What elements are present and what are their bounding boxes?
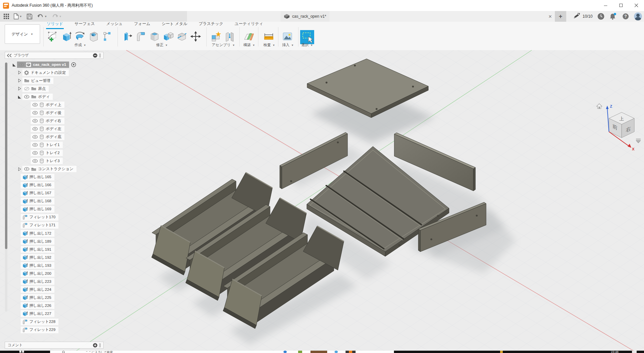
tree-item-chip[interactable]: 押し出し169	[21, 206, 54, 213]
tree-row[interactable]: 押し出し200	[5, 269, 103, 277]
browser-header[interactable]: ブラウザ	[5, 52, 103, 59]
split-body-tool-icon[interactable]	[176, 30, 188, 43]
tree-item-chip[interactable]: 押し出し189	[21, 238, 54, 245]
tree-row[interactable]: 押し出し191	[5, 245, 103, 253]
ribbon-group-label-選択[interactable]: 選択 ▼	[300, 42, 314, 47]
combine-tool-icon[interactable]	[162, 30, 175, 43]
tree-item-chip[interactable]: ボディ後	[31, 110, 64, 116]
eye-visible-icon[interactable]	[24, 167, 29, 171]
eye-visible-icon[interactable]	[32, 159, 38, 163]
measure-tool-icon[interactable]	[262, 30, 275, 43]
new-component-tool-icon[interactable]	[210, 30, 222, 43]
ribbon-tab-プラスチック[interactable]: プラスチック	[198, 21, 224, 29]
tree-item-chip[interactable]: フィレット228	[21, 319, 58, 325]
ribbon-tab-フォーム[interactable]: フォーム	[133, 21, 151, 29]
tree-row[interactable]: 押し出し225	[5, 293, 103, 302]
tree-row[interactable]: フィレット171	[5, 221, 103, 229]
tree-row[interactable]: 押し出し189	[5, 237, 103, 245]
ribbon-tab-ユーティリティ[interactable]: ユーティリティ	[234, 21, 264, 29]
sketch-dimension-tool-icon[interactable]	[101, 30, 114, 43]
revolve-tool-icon[interactable]	[73, 30, 86, 43]
home-icon[interactable]	[597, 104, 602, 109]
view-cube-body[interactable]: 上 前 右	[609, 112, 634, 138]
ribbon-group-label-修正[interactable]: 修正 ▼	[121, 42, 203, 47]
tree-row[interactable]: トレイ1	[5, 141, 103, 149]
clock-icon[interactable]	[597, 13, 605, 20]
workspace-selector[interactable]: デザイン ▼	[5, 24, 40, 44]
tree-row[interactable]: ビュー管理	[5, 77, 103, 85]
eye-visible-icon[interactable]	[32, 135, 38, 139]
ribbon-group-label-アセンブリ[interactable]: アセンブリ ▼	[210, 42, 237, 47]
tree-item-chip[interactable]: 押し出し167	[21, 190, 54, 197]
windows-taskbar[interactable]: ここに入力して検索 23:48	[0, 351, 644, 353]
tree-row[interactable]: 押し出し226	[5, 302, 103, 310]
eye-visible-icon[interactable]	[24, 95, 29, 99]
tree-item-chip[interactable]: 押し出し192	[21, 254, 54, 261]
taskbar-tray-icon[interactable]	[500, 351, 503, 353]
tree-item-chip[interactable]: トレイ1	[31, 142, 63, 148]
tree-item-chip[interactable]: フィレット170	[21, 214, 58, 221]
ribbon-group-label-作成[interactable]: 作成 ▼	[46, 42, 115, 47]
taskbar-tray-icon[interactable]	[632, 351, 637, 353]
close-button[interactable]	[629, 0, 644, 11]
document-tab[interactable]: cas_rack_open v1*	[280, 11, 330, 22]
tree-item-chip[interactable]: コンストラクション	[22, 166, 76, 172]
fillet-tool-icon[interactable]	[135, 30, 147, 43]
collapse-panel-icon[interactable]	[7, 54, 12, 57]
new-tab-button[interactable]: +	[555, 11, 566, 22]
construction-plane-tool-icon[interactable]	[242, 30, 255, 43]
tree-item-chip[interactable]: ドキュメントの設定	[22, 70, 69, 76]
tree-row[interactable]: ボディ底	[5, 133, 103, 141]
tree-item-chip[interactable]: フィレット229	[21, 327, 58, 333]
tree-item-chip[interactable]: 押し出し200	[21, 270, 54, 277]
save-icon[interactable]	[25, 12, 34, 21]
ribbon-group-label-構築[interactable]: 構築 ▼	[242, 42, 256, 47]
taskbar-app-icon[interactable]	[298, 351, 302, 353]
tree-item-chip[interactable]: 押し出し227	[21, 310, 54, 317]
tree-item-chip[interactable]: 押し出し172	[21, 230, 54, 237]
collapse-arrow-icon[interactable]	[18, 71, 21, 75]
ribbon-tab-シート メタル[interactable]: シート メタル	[161, 21, 188, 29]
tree-row[interactable]: フィレット170	[5, 213, 103, 221]
hole-tool-icon[interactable]	[87, 30, 100, 43]
ribbon-tab-ソリッド[interactable]: ソリッド	[46, 21, 64, 29]
select-tool-icon[interactable]	[300, 30, 314, 44]
taskbar-app-icon[interactable]	[335, 351, 338, 353]
tree-item-chip[interactable]: 押し出し223	[21, 278, 54, 285]
panel-resize-handle[interactable]	[99, 53, 101, 58]
activate-component-icon[interactable]	[71, 62, 76, 67]
notifications-bell-icon[interactable]	[609, 13, 617, 20]
taskbar-app-icon[interactable]	[310, 351, 327, 353]
help-icon[interactable]: ?	[622, 13, 629, 20]
ribbon-tab-サーフェス[interactable]: サーフェス	[74, 21, 95, 29]
tree-row[interactable]: 原点	[5, 85, 103, 93]
add-comment-icon[interactable]	[93, 343, 97, 348]
tree-item-chip[interactable]: トレイ3	[31, 158, 63, 164]
tree-row[interactable]: 押し出し169	[5, 205, 103, 213]
user-avatar[interactable]	[634, 12, 642, 20]
expand-arrow-icon[interactable]	[18, 95, 21, 99]
redo-icon[interactable]: ▼	[50, 12, 63, 21]
tree-item-chip[interactable]: 押し出し191	[21, 246, 54, 253]
joint-tool-icon[interactable]	[223, 30, 236, 43]
tree-item-chip[interactable]: ボディ右	[31, 118, 64, 124]
tree-item-chip[interactable]: 押し出し226	[21, 302, 54, 309]
tree-row[interactable]: 押し出し193	[5, 261, 103, 269]
panel-resize-handle[interactable]	[99, 343, 101, 348]
tree-item-chip[interactable]: 押し出し168	[21, 198, 54, 205]
tree-row[interactable]: ボディ上	[5, 101, 103, 109]
tree-row[interactable]: 押し出し192	[5, 253, 103, 261]
tree-row[interactable]: cas_rack_open v1	[5, 61, 103, 69]
eye-visible-icon[interactable]	[32, 103, 38, 107]
collapse-arrow-icon[interactable]	[18, 167, 21, 171]
tree-item-chip[interactable]: 原点	[22, 86, 49, 92]
minimize-button[interactable]	[598, 0, 613, 11]
tree-row[interactable]: ボディ後	[5, 109, 103, 117]
tree-item-chip[interactable]: フィレット171	[21, 222, 58, 229]
view-cube-top-label[interactable]: 上	[619, 116, 624, 121]
collapse-arrow-icon[interactable]	[18, 87, 21, 91]
tree-item-chip[interactable]: トレイ2	[31, 150, 63, 156]
tree-row[interactable]: ドキュメントの設定	[5, 69, 103, 77]
tree-row[interactable]: フィレット229	[5, 326, 103, 334]
taskbar-search-input[interactable]: ここに入力して検索	[50, 351, 394, 353]
